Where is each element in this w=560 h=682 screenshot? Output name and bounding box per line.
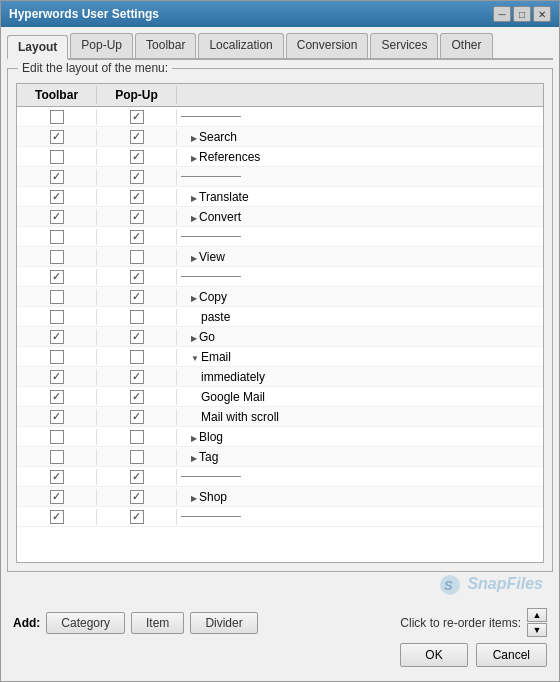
- popup-checkbox[interactable]: [130, 510, 144, 524]
- cell-popup: [97, 149, 177, 165]
- popup-checkbox[interactable]: [130, 170, 144, 184]
- divider-button[interactable]: Divider: [190, 612, 257, 634]
- arrow-right-icon: [191, 430, 199, 444]
- content-area: Layout Pop-Up Toolbar Localization Conve…: [1, 27, 559, 681]
- separator-line: [181, 276, 241, 277]
- cancel-button[interactable]: Cancel: [476, 643, 547, 667]
- popup-checkbox[interactable]: [130, 270, 144, 284]
- item-button[interactable]: Item: [131, 612, 184, 634]
- toolbar-checkbox[interactable]: [50, 310, 64, 324]
- popup-checkbox[interactable]: [130, 470, 144, 484]
- cell-label: Email: [177, 349, 543, 365]
- popup-checkbox[interactable]: [130, 210, 144, 224]
- popup-checkbox[interactable]: [130, 350, 144, 364]
- popup-checkbox[interactable]: [130, 110, 144, 124]
- title-controls: ─ □ ✕: [493, 6, 551, 22]
- toolbar-checkbox[interactable]: [50, 170, 64, 184]
- tab-toolbar[interactable]: Toolbar: [135, 33, 196, 58]
- tab-popup[interactable]: Pop-Up: [70, 33, 133, 58]
- toolbar-checkbox[interactable]: [50, 250, 64, 264]
- popup-checkbox[interactable]: [130, 250, 144, 264]
- tab-services[interactable]: Services: [370, 33, 438, 58]
- toolbar-checkbox[interactable]: [50, 510, 64, 524]
- cell-popup: [97, 489, 177, 505]
- tab-conversion[interactable]: Conversion: [286, 33, 369, 58]
- toolbar-checkbox[interactable]: [50, 390, 64, 404]
- minimize-button[interactable]: ─: [493, 6, 511, 22]
- separator-line: [181, 516, 241, 517]
- reorder-up-button[interactable]: ▲: [527, 608, 547, 622]
- cell-toolbar: [17, 489, 97, 505]
- cell-toolbar: [17, 169, 97, 185]
- col-header-popup: Pop-Up: [97, 86, 177, 104]
- table-row: Mail with scroll: [17, 407, 543, 427]
- cell-label: Tag: [177, 449, 543, 465]
- category-button[interactable]: Category: [46, 612, 125, 634]
- table-row: Shop: [17, 487, 543, 507]
- table-row: Translate: [17, 187, 543, 207]
- popup-checkbox[interactable]: [130, 430, 144, 444]
- arrow-right-icon: [191, 250, 199, 264]
- arrow-right-icon: [191, 210, 199, 224]
- reorder-down-button[interactable]: ▼: [527, 623, 547, 637]
- cell-toolbar: [17, 149, 97, 165]
- arrow-right-icon: [191, 490, 199, 504]
- toolbar-checkbox[interactable]: [50, 110, 64, 124]
- cell-label: paste: [177, 309, 543, 325]
- popup-checkbox[interactable]: [130, 230, 144, 244]
- popup-checkbox[interactable]: [130, 330, 144, 344]
- cell-popup: [97, 289, 177, 305]
- toolbar-checkbox[interactable]: [50, 210, 64, 224]
- toolbar-checkbox[interactable]: [50, 450, 64, 464]
- toolbar-checkbox[interactable]: [50, 130, 64, 144]
- maximize-button[interactable]: □: [513, 6, 531, 22]
- toolbar-checkbox[interactable]: [50, 470, 64, 484]
- toolbar-checkbox[interactable]: [50, 370, 64, 384]
- popup-checkbox[interactable]: [130, 450, 144, 464]
- reorder-buttons: ▲ ▼: [527, 608, 547, 637]
- toolbar-checkbox[interactable]: [50, 270, 64, 284]
- cell-label: Shop: [177, 489, 543, 505]
- toolbar-checkbox[interactable]: [50, 150, 64, 164]
- cell-popup: [97, 209, 177, 225]
- popup-checkbox[interactable]: [130, 310, 144, 324]
- tab-other[interactable]: Other: [440, 33, 492, 58]
- popup-checkbox[interactable]: [130, 410, 144, 424]
- toolbar-checkbox[interactable]: [50, 490, 64, 504]
- arrow-right-icon: [191, 150, 199, 164]
- table-row: Copy: [17, 287, 543, 307]
- popup-checkbox[interactable]: [130, 370, 144, 384]
- cell-label: [177, 112, 543, 121]
- popup-checkbox[interactable]: [130, 130, 144, 144]
- toolbar-checkbox[interactable]: [50, 350, 64, 364]
- cell-toolbar: [17, 469, 97, 485]
- bottom-area: Add: Category Item Divider Click to re-o…: [7, 600, 553, 643]
- popup-checkbox[interactable]: [130, 150, 144, 164]
- group-label: Edit the layout of the menu:: [18, 61, 172, 75]
- cell-label: immediately: [177, 369, 543, 385]
- toolbar-checkbox[interactable]: [50, 230, 64, 244]
- cell-popup: [97, 309, 177, 325]
- table-scroll-area[interactable]: Search References: [17, 107, 543, 562]
- toolbar-checkbox[interactable]: [50, 290, 64, 304]
- watermark: S SnapFiles: [7, 572, 553, 600]
- popup-checkbox[interactable]: [130, 490, 144, 504]
- tab-layout[interactable]: Layout: [7, 35, 68, 60]
- toolbar-checkbox[interactable]: [50, 330, 64, 344]
- cell-popup: [97, 189, 177, 205]
- cell-popup: [97, 449, 177, 465]
- toolbar-checkbox[interactable]: [50, 190, 64, 204]
- ok-cancel-area: OK Cancel: [7, 643, 553, 675]
- popup-checkbox[interactable]: [130, 190, 144, 204]
- popup-checkbox[interactable]: [130, 390, 144, 404]
- cell-toolbar: [17, 369, 97, 385]
- close-button[interactable]: ✕: [533, 6, 551, 22]
- toolbar-checkbox[interactable]: [50, 410, 64, 424]
- toolbar-checkbox[interactable]: [50, 430, 64, 444]
- cell-label: References: [177, 149, 543, 165]
- ok-button[interactable]: OK: [400, 643, 467, 667]
- table-row: [17, 467, 543, 487]
- group-box: Edit the layout of the menu: Toolbar Pop…: [7, 68, 553, 572]
- popup-checkbox[interactable]: [130, 290, 144, 304]
- tab-localization[interactable]: Localization: [198, 33, 283, 58]
